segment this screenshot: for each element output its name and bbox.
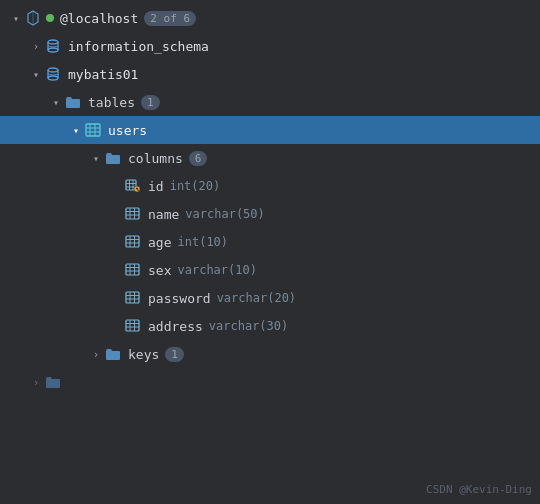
tree-node-columns[interactable]: columns 6 xyxy=(0,144,540,172)
chevron-localhost xyxy=(8,10,24,26)
col-id-type: int(20) xyxy=(170,179,221,193)
chevron-columns xyxy=(88,150,104,166)
col-name-type: varchar(50) xyxy=(185,207,264,221)
server-icon xyxy=(24,9,42,27)
chevron-partial xyxy=(28,374,44,390)
key-column-icon xyxy=(124,177,142,195)
col-age-type: int(10) xyxy=(177,235,228,249)
svg-point-0 xyxy=(48,40,58,44)
chevron-keys xyxy=(88,346,104,362)
svg-point-1 xyxy=(48,48,58,52)
tree-node-col-id[interactable]: id int(20) xyxy=(0,172,540,200)
keys-label: keys xyxy=(128,347,159,362)
tree-node-tables[interactable]: tables 1 xyxy=(0,88,540,116)
tree-node-mybatis01[interactable]: mybatis01 xyxy=(0,60,540,88)
keys-badge: 1 xyxy=(165,347,184,362)
tree-node-col-password[interactable]: password varchar(20) xyxy=(0,284,540,312)
col-sex-type: varchar(10) xyxy=(177,263,256,277)
folder-icon-keys xyxy=(104,345,122,363)
tree-node-col-name[interactable]: name varchar(50) xyxy=(0,200,540,228)
chevron-information-schema xyxy=(28,38,44,54)
columns-label: columns xyxy=(128,151,183,166)
svg-point-3 xyxy=(48,76,58,80)
column-icon-address xyxy=(124,317,142,335)
col-password-label: password xyxy=(148,291,211,306)
localhost-label: @localhost xyxy=(60,11,138,26)
folder-icon-tables xyxy=(64,93,82,111)
col-name-label: name xyxy=(148,207,179,222)
folder-icon-columns xyxy=(104,149,122,167)
table-icon-users xyxy=(84,121,102,139)
database-icon-1 xyxy=(44,37,62,55)
watermark: CSDN @Kevin-Ding xyxy=(426,483,532,496)
tree-node-information-schema[interactable]: information_schema xyxy=(0,32,540,60)
column-icon-sex xyxy=(124,261,142,279)
svg-rect-4 xyxy=(86,124,100,136)
mybatis01-label: mybatis01 xyxy=(68,67,138,82)
svg-point-15 xyxy=(136,188,138,190)
chevron-users xyxy=(68,122,84,138)
tree-node-keys[interactable]: keys 1 xyxy=(0,340,540,368)
status-dot xyxy=(46,14,54,22)
tree-node-partial[interactable] xyxy=(0,368,540,396)
col-password-type: varchar(20) xyxy=(217,291,296,305)
svg-rect-22 xyxy=(126,236,139,247)
tree-node-col-address[interactable]: address varchar(30) xyxy=(0,312,540,340)
information-schema-label: information_schema xyxy=(68,39,209,54)
tree-node-users[interactable]: users xyxy=(0,116,540,144)
col-address-type: varchar(30) xyxy=(209,319,288,333)
svg-rect-27 xyxy=(126,264,139,275)
svg-rect-16 xyxy=(138,189,139,191)
col-sex-label: sex xyxy=(148,263,171,278)
connection-badge: 2 of 6 xyxy=(144,11,196,26)
tree-node-col-sex[interactable]: sex varchar(10) xyxy=(0,256,540,284)
column-icon-name xyxy=(124,205,142,223)
svg-rect-37 xyxy=(126,320,139,331)
tables-badge: 1 xyxy=(141,95,160,110)
folder-icon-partial xyxy=(44,373,62,391)
column-icon-password xyxy=(124,289,142,307)
col-id-label: id xyxy=(148,179,164,194)
tree-node-col-age[interactable]: age int(10) xyxy=(0,228,540,256)
chevron-mybatis01 xyxy=(28,66,44,82)
svg-rect-32 xyxy=(126,292,139,303)
column-icon-age xyxy=(124,233,142,251)
columns-badge: 6 xyxy=(189,151,208,166)
svg-point-2 xyxy=(48,68,58,72)
tables-label: tables xyxy=(88,95,135,110)
chevron-tables xyxy=(48,94,64,110)
col-age-label: age xyxy=(148,235,171,250)
tree-node-localhost[interactable]: @localhost 2 of 6 xyxy=(0,4,540,32)
database-icon-2 xyxy=(44,65,62,83)
svg-rect-17 xyxy=(126,208,139,219)
users-label: users xyxy=(108,123,147,138)
app-container: @localhost 2 of 6 information_schema xyxy=(0,0,540,504)
col-address-label: address xyxy=(148,319,203,334)
tree-container: @localhost 2 of 6 information_schema xyxy=(0,0,540,504)
